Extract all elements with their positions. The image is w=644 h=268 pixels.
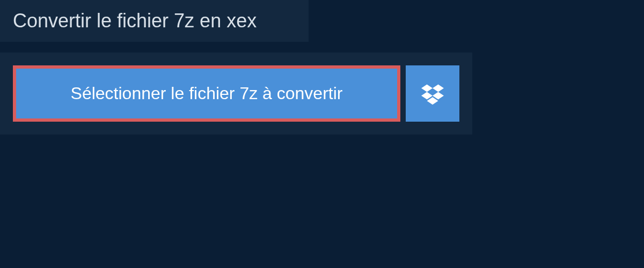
dropbox-button[interactable]: [406, 65, 459, 122]
select-file-label: Sélectionner le fichier 7z à convertir: [71, 84, 343, 103]
header-bar: Convertir le fichier 7z en xex: [0, 0, 309, 42]
upload-panel: Sélectionner le fichier 7z à convertir: [0, 53, 472, 135]
dropbox-icon: [421, 83, 444, 105]
page-title: Convertir le fichier 7z en xex: [13, 10, 296, 32]
select-file-button[interactable]: Sélectionner le fichier 7z à convertir: [13, 65, 400, 122]
